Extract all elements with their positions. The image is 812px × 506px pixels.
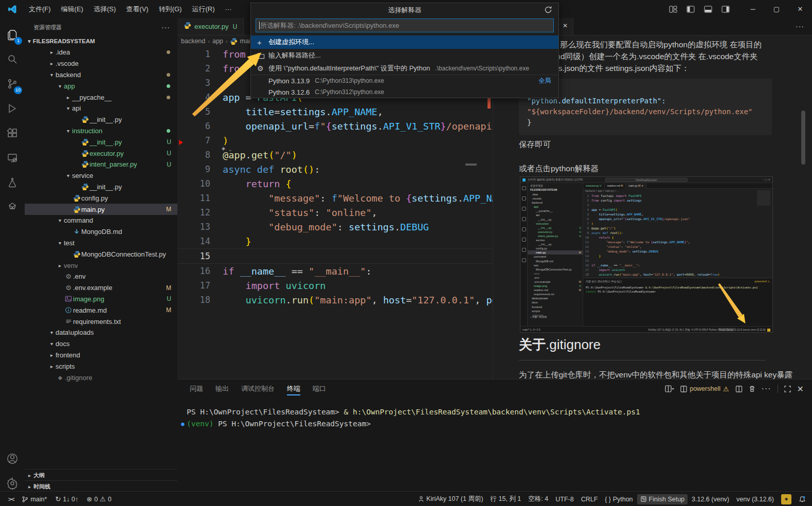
panel-tab-终端[interactable]: 终端 [287, 380, 300, 398]
code-line[interactable]: 16if __name__ == "__main__": [177, 264, 493, 278]
code-line[interactable]: 18 uvicorn.run("main:app", host="127.0.0… [177, 293, 493, 307]
tree-item-datauploads[interactable]: ▾data\uploads [25, 327, 177, 338]
trash-icon[interactable] [749, 385, 755, 392]
tree-item-requirements.txt[interactable]: requirements.txt [25, 316, 177, 327]
menu-查看[interactable]: 查看(V) [121, 3, 153, 15]
quickpick-item-4[interactable]: Python 3.13.9C:\Python313\python.exe全局 [251, 75, 558, 86]
status-language-mode[interactable]: { }Python [602, 494, 636, 504]
activity-source-control-icon[interactable]: 10 [0, 73, 25, 95]
tree-item-command[interactable]: ▾command [25, 215, 177, 226]
status-blame-info[interactable]: KiriAky 107 (1 周前) [415, 493, 486, 505]
status-notifications[interactable] [796, 494, 809, 504]
panel-tab-输出[interactable]: 输出 [215, 380, 229, 398]
preview-scrollbar[interactable] [801, 111, 805, 165]
toggle-secondary-sidebar-icon[interactable] [721, 6, 730, 13]
tree-item-MongoDBConnectionTest.py[interactable]: MongoDBConnectionTest.py [25, 248, 177, 260]
status-git-branch[interactable]: main* [19, 494, 50, 504]
panel-tab-问题[interactable]: 问题 [190, 380, 203, 398]
tree-item-service[interactable]: ▾service [25, 170, 177, 182]
tree-item-.gitignore[interactable]: ◆.gitignore [25, 372, 177, 383]
tree-item-executor.py[interactable]: executor.pyU [25, 148, 177, 159]
quickpick-item-1[interactable]: +创建虚拟环境... [251, 35, 558, 49]
code-line[interactable]: 17 import uvicorn [177, 278, 493, 293]
quickpick-item-5[interactable]: Python 3.12.6C:\Python312\python.exe [251, 86, 558, 98]
menu-more[interactable]: ··· [220, 3, 237, 15]
code-line[interactable]: 13 "debug_mode": settings.DEBUG [177, 220, 493, 234]
maximize-button[interactable]: ▢ [765, 0, 788, 18]
toggle-sidebar-icon[interactable] [687, 6, 695, 13]
editor-more-actions[interactable]: ··· [796, 22, 804, 30]
sidebar-more-actions[interactable]: ··· [161, 23, 170, 31]
code-line[interactable]: 15 [177, 248, 493, 264]
activity-account-icon[interactable] [0, 447, 25, 470]
status-problems[interactable]: ⊗0⚠0 [83, 494, 114, 504]
split-icon[interactable] [735, 386, 743, 392]
customize-layout-icon[interactable] [669, 6, 677, 13]
menu-文件[interactable]: 文件(F) [24, 3, 56, 15]
status-indentation[interactable]: 空格: 4 [525, 493, 551, 505]
tab-executor-py[interactable]: executor.py U [177, 18, 244, 35]
tree-item-api[interactable]: ▾api [25, 103, 177, 114]
tree-item-main.py[interactable]: main.pyM [25, 204, 177, 215]
tree-item-readme.md[interactable]: readme.mdM [25, 304, 177, 316]
terminal-output[interactable]: PS H:\OwnProject\FilesReadSysteam> & h:\… [187, 406, 640, 430]
tree-item-intent_parser.py[interactable]: intent_parser.pyU [25, 159, 177, 170]
tree-item-.vscode[interactable]: ▸.vscode [25, 58, 177, 69]
status-venv-indicator[interactable]: venv (3.12.6) [733, 494, 777, 504]
maximize-panel-icon[interactable] [784, 386, 791, 392]
code-line[interactable]: 14 } [177, 234, 493, 248]
menu-转到[interactable]: 转到(G) [154, 3, 187, 15]
panel-tab-调试控制台[interactable]: 调试控制台 [241, 380, 275, 398]
status-python-interpreter[interactable]: 3.12.6 (venv) [689, 494, 732, 504]
code-line[interactable]: 11 "message": f"Welcome to {settings.APP… [177, 191, 493, 205]
activity-remote-explorer-icon[interactable] [0, 147, 25, 169]
activity-explorer-icon[interactable]: 1 [0, 23, 25, 46]
status-remote-indicator[interactable]: >< [5, 494, 16, 504]
tree-item-instruction[interactable]: ▾instruction [25, 125, 177, 137]
code-line[interactable]: 12 "status": "online", [177, 205, 493, 220]
activity-extensions-icon[interactable] [0, 122, 25, 144]
menu-运行[interactable]: 运行(R) [187, 3, 220, 15]
minimize-button[interactable]: ─ [741, 0, 765, 18]
tree-item-__init__.py[interactable]: __init__.py [25, 182, 177, 193]
tree-item-__pycache__[interactable]: ▸__pycache__ [25, 92, 177, 103]
interpreter-search-input[interactable]: 所选解释器: .\backend\venv\Scripts\python.exe [256, 19, 554, 32]
tree-item-__init__.py[interactable]: __init__.py [25, 114, 177, 125]
tree-item-MongoDB.md[interactable]: MongoDB.md [25, 226, 177, 238]
editor-scrollbar[interactable] [465, 164, 477, 166]
tree-item-backend[interactable]: ▾backend [25, 69, 177, 81]
code-line[interactable]: 6 openapi_url=f"{settings.API_V1_STR}/op… [177, 119, 493, 133]
status-extension-gold[interactable]: ✦ [778, 493, 795, 506]
tree-item-test[interactable]: ▾test [25, 238, 177, 249]
toggle-panel-icon[interactable] [704, 6, 712, 13]
code-line[interactable]: 9async def root(): [177, 162, 493, 176]
code-line[interactable]: 10 return { [177, 176, 493, 191]
activity-extension-knot-icon[interactable] [0, 196, 25, 219]
split-terminal-dropdown-icon[interactable] [665, 385, 674, 392]
copilot-sparkle-icon[interactable]: ✦ ⌄ [221, 145, 232, 153]
quickpick-item-2[interactable]: 输入解释器路径... [251, 49, 558, 62]
menu-编辑[interactable]: 编辑(E) [56, 3, 88, 15]
breadcrumb-item[interactable]: app [212, 38, 223, 45]
tree-item-__init__.py[interactable]: __init__.pyU [25, 136, 177, 148]
quickpick-item-3[interactable]: ⚙使用 \"python.defaultInterpreterPath\" 设置… [251, 62, 558, 75]
tree-item-app[interactable]: ▾app [25, 80, 177, 92]
panel-tab-端口[interactable]: 端口 [313, 380, 326, 398]
tree-root-folder[interactable]: ▾ FILESREADSYSTEAM [25, 35, 177, 47]
tree-item-.env[interactable]: ⚙.env [25, 271, 177, 282]
tree-item-scripts[interactable]: ▸scripts [25, 360, 177, 372]
close-panel-icon[interactable]: ✕ [797, 384, 804, 394]
breadcrumb-item[interactable]: backend [181, 38, 205, 45]
timeline-section[interactable]: ▸ 时间线 [25, 480, 177, 491]
tree-item-docs[interactable]: ▾docs [25, 338, 177, 350]
activity-testing-icon[interactable] [0, 171, 25, 194]
status-git-sync[interactable]: ↻1↓ 0↑ [52, 494, 81, 504]
status-eol[interactable]: CRLF [578, 494, 601, 504]
more-actions-icon[interactable]: ··· [762, 384, 771, 393]
menu-选择[interactable]: 选择(S) [88, 3, 121, 15]
status-finish-setup[interactable]: Finish Setup [637, 494, 688, 504]
code-line[interactable]: 5 title=settings.APP_NAME, [177, 104, 493, 119]
refresh-icon[interactable] [544, 6, 552, 14]
terminal-tab-powershell[interactable]: powershell ⚠ [680, 385, 729, 393]
status-encoding[interactable]: UTF-8 [552, 494, 576, 504]
